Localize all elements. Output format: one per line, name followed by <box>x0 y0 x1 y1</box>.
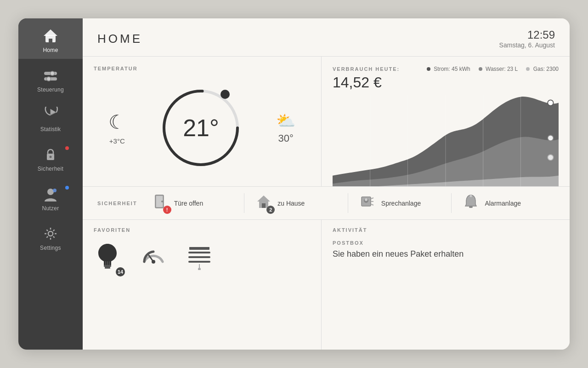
svg-point-10 <box>53 189 57 192</box>
svg-rect-47 <box>469 206 473 208</box>
sicherheit-zuhause[interactable]: 2 zu Hause <box>244 193 348 213</box>
temp-delta: +3°C <box>109 137 125 145</box>
svg-point-48 <box>470 195 472 197</box>
licht-badge: 14 <box>116 267 125 276</box>
ture-label: Türe offen <box>174 200 204 207</box>
legend-dot-gas <box>526 67 530 71</box>
sidebar-item-home[interactable]: Home <box>18 18 83 59</box>
sidebar-sicherheit-label: Sicherheit <box>38 166 63 172</box>
svg-point-22 <box>220 90 230 99</box>
sidebar-item-sicherheit[interactable]: Sicherheit <box>18 138 83 178</box>
svg-point-6 <box>47 77 51 81</box>
fav-licht[interactable]: 14 <box>94 240 121 276</box>
verbrauch-panel: VERBRAUCH HEUTE: Strom: 45 kWh Wasser: 2… <box>322 57 570 186</box>
legend-strom: Strom: 45 kWh <box>427 66 470 72</box>
temp-current: 21° <box>183 114 219 142</box>
verbrauch-amount: 14,52 € <box>333 74 559 91</box>
sprechanlage-icon-wrap <box>359 193 376 213</box>
zuhause-badge: 2 <box>266 206 275 214</box>
svg-marker-1 <box>44 29 57 36</box>
verbrauch-legend: Strom: 45 kWh Wasser: 23 L Gas: 2300 <box>427 66 559 72</box>
postbox-msg: Sie haben ein neues Paket erhalten <box>333 249 559 259</box>
svg-point-4 <box>51 71 55 75</box>
cloud-icon: ⛅ <box>276 111 295 130</box>
postbox-label: POSTBOX <box>333 240 559 246</box>
svg-line-46 <box>371 204 373 205</box>
svg-point-43 <box>365 198 368 201</box>
svg-point-11 <box>48 231 53 236</box>
favoriten-panel: FAVORITEN 14 <box>83 220 322 350</box>
sicherheit-notification <box>65 146 69 150</box>
header-date: Samstag, 6. August <box>499 41 555 49</box>
sidebar-item-nutzer[interactable]: Nutzer <box>18 178 83 217</box>
svg-point-55 <box>152 260 155 264</box>
favoriten-icons: 14 <box>94 240 310 276</box>
page-title: HOME <box>97 32 142 46</box>
legend-dot-wasser <box>479 67 482 71</box>
sicherheit-label: SICHERHEIT <box>97 201 137 206</box>
temp-label: TEMPERATUR <box>94 66 310 71</box>
svg-rect-40 <box>262 203 266 208</box>
sidebar-steuerung-label: Steuerung <box>37 86 64 93</box>
app-frame: Home Steuerung Statistik <box>18 18 570 350</box>
svg-point-30 <box>548 155 553 160</box>
temp-right: ⛅ 30° <box>276 111 295 144</box>
temp-content: ☾ +3°C 21° <box>94 79 310 177</box>
sidebar-item-steuerung[interactable]: Steuerung <box>18 59 83 98</box>
chart-area: 1. AUG 2. AUG 3. AUG 4. AUG 5. AUG 6. AU… <box>333 95 559 186</box>
moon-icon: ☾ <box>108 111 126 133</box>
sidebar-home-label: Home <box>43 47 58 53</box>
legend-dot-strom <box>427 67 430 71</box>
svg-line-19 <box>46 236 48 238</box>
aktivitat-label: AKTIVITÄT <box>333 227 559 233</box>
postbox-section: POSTBOX Sie haben ein neues Paket erhalt… <box>333 240 559 259</box>
main-content: HOME 12:59 Samstag, 6. August TEMPERATUR… <box>83 18 570 350</box>
svg-point-39 <box>161 201 163 202</box>
favoriten-label: FAVORITEN <box>94 227 310 233</box>
sidebar: Home Steuerung Statistik <box>18 18 83 350</box>
legend-gas: Gas: 2300 <box>526 66 559 72</box>
legend-wasser: Wasser: 23 L <box>479 66 518 72</box>
svg-line-17 <box>53 236 55 238</box>
aktivitat-panel: AKTIVITÄT POSTBOX Sie haben ein neues Pa… <box>322 220 570 350</box>
ture-icon-wrap: ! <box>152 193 169 213</box>
header: HOME 12:59 Samstag, 6. August <box>83 18 570 57</box>
verbrauch-label: VERBRAUCH HEUTE: <box>333 66 400 72</box>
temp-outside: 30° <box>278 132 294 144</box>
svg-point-28 <box>548 100 553 105</box>
bottom-row: FAVORITEN 14 <box>83 220 570 350</box>
ture-warning-badge: ! <box>163 206 171 214</box>
svg-rect-50 <box>105 267 110 269</box>
sicherheit-ture[interactable]: ! Türe offen <box>152 193 244 213</box>
svg-line-44 <box>371 198 373 199</box>
sicherheit-row: SICHERHEIT ! Türe offen <box>83 186 570 220</box>
svg-line-18 <box>53 230 55 231</box>
sicherheit-sprechanlage[interactable]: Sprechanlage <box>348 193 452 213</box>
svg-point-8 <box>50 156 52 158</box>
svg-point-9 <box>47 189 54 195</box>
nutzer-notification <box>65 186 69 190</box>
panels-row: TEMPERATUR ☾ +3°C <box>83 57 570 186</box>
svg-line-16 <box>46 230 48 231</box>
svg-rect-57 <box>189 247 209 250</box>
sicherheit-alarmanlage[interactable]: Alarmanlage <box>451 193 555 213</box>
temp-gauge[interactable]: 21° <box>155 82 247 174</box>
sidebar-statistik-label: Statistik <box>40 126 61 132</box>
sidebar-item-statistik[interactable]: Statistik <box>18 98 83 138</box>
fav-heizung[interactable] <box>140 242 167 274</box>
zuhause-icon-wrap: 2 <box>255 193 272 213</box>
sidebar-settings-label: Settings <box>40 245 61 251</box>
fav-rollo[interactable] <box>186 242 213 274</box>
svg-point-29 <box>548 135 553 141</box>
svg-point-62 <box>198 268 201 270</box>
zuhause-label: zu Hause <box>277 200 305 207</box>
sidebar-item-settings[interactable]: Settings <box>18 217 83 257</box>
sprechanlage-label: Sprechanlage <box>381 200 421 207</box>
temp-left: ☾ +3°C <box>108 111 126 145</box>
sidebar-nutzer-label: Nutzer <box>42 205 59 212</box>
alarmanlage-icon-wrap <box>463 193 479 213</box>
temperature-panel: TEMPERATUR ☾ +3°C <box>83 57 322 186</box>
header-time: 12:59 <box>499 29 555 41</box>
header-datetime: 12:59 Samstag, 6. August <box>499 29 555 49</box>
alarmanlage-label: Alarmanlage <box>485 200 521 207</box>
